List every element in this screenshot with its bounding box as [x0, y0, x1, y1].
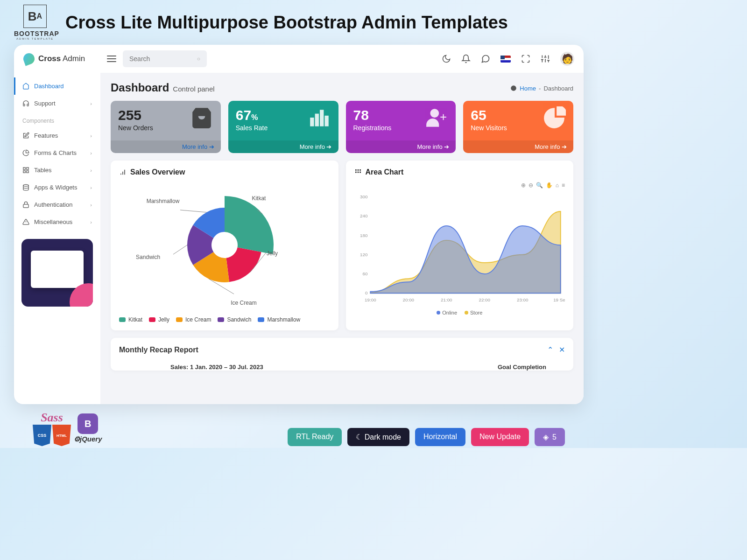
more-info-link[interactable]: More info ➔ — [346, 140, 456, 153]
svg-text:60: 60 — [362, 271, 367, 276]
bell-icon[interactable] — [461, 54, 471, 63]
more-info-link[interactable]: More info ➔ — [111, 140, 221, 153]
svg-text:180: 180 — [360, 233, 368, 238]
sidebar-item-label: Features — [34, 132, 58, 139]
pie-slice-label: Jelly — [267, 250, 278, 257]
legend-item: Sandwich — [218, 316, 251, 323]
sidebar-item-label: Forms & Charts — [34, 149, 77, 156]
recap-goal-label: Goal Completion — [498, 364, 565, 371]
page-subtitle: Control panel — [173, 85, 214, 93]
flag-icon[interactable] — [500, 56, 511, 63]
breadcrumb-home[interactable]: Home — [520, 85, 536, 92]
sidebar-item-tables[interactable]: Tables › — [14, 161, 100, 179]
search-input[interactable] — [129, 55, 200, 63]
svg-rect-28 — [359, 169, 361, 171]
sidebar-item-dashboard[interactable]: Dashboard — [14, 77, 100, 95]
close-icon[interactable]: ✕ — [559, 345, 565, 354]
dashboard-icon — [510, 85, 517, 91]
sass-icon: Sass — [41, 411, 63, 425]
svg-rect-17 — [315, 114, 318, 126]
sidebar-section-label: Components — [14, 112, 100, 127]
svg-point-20 — [431, 109, 439, 117]
chevron-right-icon: › — [90, 101, 92, 106]
chevron-right-icon: › — [90, 168, 92, 173]
svg-text:22:00: 22:00 — [479, 297, 490, 302]
jquery-label: ⚙jQuery — [74, 435, 102, 443]
stat-icon — [190, 106, 213, 130]
sidebar-item-support[interactable]: Support › — [14, 95, 100, 112]
sidebar: Dashboard Support › Components Features … — [14, 73, 100, 404]
promo-card[interactable] — [21, 239, 93, 307]
svg-rect-10 — [27, 168, 28, 169]
hero-title: Cross Lite Multipurpose Bootstrap Admin … — [65, 13, 508, 33]
svg-rect-19 — [325, 116, 328, 126]
headphones-icon — [22, 100, 29, 107]
stat-card-0: 255 New Orders More info ➔ — [111, 101, 221, 153]
stat-card-2: 78 Registrations More info ➔ — [346, 101, 456, 153]
search-input-wrap[interactable]: ○ — [123, 50, 207, 67]
legend-item: Jelly — [149, 316, 169, 323]
brand-icon — [22, 52, 36, 66]
fullscreen-icon[interactable] — [521, 54, 530, 63]
collapse-icon[interactable]: ⌃ — [547, 345, 553, 354]
moon-icon[interactable] — [442, 54, 451, 63]
svg-rect-26 — [355, 169, 357, 171]
pill-rtl: RTL Ready — [288, 428, 342, 446]
svg-text:23:00: 23:00 — [516, 297, 528, 302]
stat-card-3: 65 New Visitors More info ➔ — [463, 101, 573, 153]
sidebar-item-forms[interactable]: Forms & Charts › — [14, 144, 100, 161]
avatar[interactable]: 🧑 — [560, 52, 574, 66]
zoom-out-icon[interactable]: ⊖ — [529, 182, 533, 189]
home-icon[interactable]: ⌂ — [556, 182, 559, 189]
breadcrumb: Home - Dashboard — [510, 85, 573, 92]
more-info-link[interactable]: More info ➔ — [228, 140, 338, 153]
footer: Sass CSS HTML B ⚙jQuery RTL Ready ☾ Dark… — [14, 404, 584, 446]
sidebar-item-auth[interactable]: Authentication › — [14, 196, 100, 213]
brand[interactable]: Cross Admin — [23, 53, 100, 64]
main-content: Dashboard Control panel Home - Dashboard… — [100, 73, 584, 404]
settings-icon[interactable] — [541, 54, 550, 63]
chevron-right-icon: › — [90, 185, 92, 190]
svg-text:120: 120 — [360, 252, 368, 257]
menu-icon[interactable]: ≡ — [562, 182, 565, 189]
svg-rect-14 — [23, 204, 28, 208]
chevron-right-icon: › — [90, 202, 92, 208]
menu-toggle-icon[interactable] — [107, 56, 116, 62]
sidebar-item-features[interactable]: Features › — [14, 127, 100, 144]
zoom-icon[interactable]: 🔍 — [536, 182, 543, 189]
chart-toolbar: ⊕ ⊖ 🔍 ✋ ⌂ ≡ — [354, 182, 565, 189]
sidebar-item-misc[interactable]: Miscellaneous › — [14, 213, 100, 231]
bar-chart-icon — [119, 168, 127, 176]
sidebar-item-label: Tables — [34, 167, 52, 174]
svg-text:19 Sep: 19 Sep — [553, 297, 565, 302]
recap-sales-range: Sales: 1 Jan. 2020 – 30 Jul. 2023 — [119, 364, 498, 371]
chevron-right-icon: › — [90, 219, 92, 225]
recap-card: Monthly Recap Report ⌃ ✕ Sales: 1 Jan. 2… — [111, 338, 573, 371]
hand-icon[interactable]: ✋ — [546, 182, 553, 189]
feature-pills: RTL Ready ☾ Dark mode Horizontal New Upd… — [288, 428, 565, 446]
svg-rect-31 — [359, 172, 361, 173]
hero-logo: BA BOOTSTRAP ADMIN TEMPLATE — [14, 5, 56, 40]
card-title-text: Sales Overview — [130, 168, 185, 176]
app-window: Cross Admin ○ 🧑 Dashboard — [14, 45, 584, 404]
pill-dark: ☾ Dark mode — [347, 428, 409, 446]
svg-text:300: 300 — [360, 194, 368, 199]
svg-text:21:00: 21:00 — [441, 297, 452, 302]
svg-text:0: 0 — [365, 290, 368, 295]
page-title: Dashboard — [111, 81, 169, 94]
pie-slice-label: Marshmallow — [147, 198, 180, 204]
more-info-link[interactable]: More info ➔ — [463, 140, 573, 153]
html5-icon: HTML — [52, 425, 71, 446]
alert-icon — [22, 218, 29, 225]
chat-icon[interactable] — [481, 54, 490, 63]
pie-slice-label: Kitkat — [252, 195, 266, 202]
svg-point-15 — [511, 85, 517, 91]
recap-title: Monthly Recap Report — [119, 346, 198, 354]
pill-bootstrap5: ◈ 5 — [535, 428, 565, 446]
sidebar-item-apps[interactable]: Apps & Widgets › — [14, 179, 100, 196]
breadcrumb-current: Dashboard — [543, 85, 573, 92]
card-title-text: Area Chart — [366, 168, 404, 176]
zoom-in-icon[interactable]: ⊕ — [521, 182, 526, 189]
svg-rect-30 — [357, 172, 359, 173]
svg-text:20:00: 20:00 — [402, 297, 414, 302]
